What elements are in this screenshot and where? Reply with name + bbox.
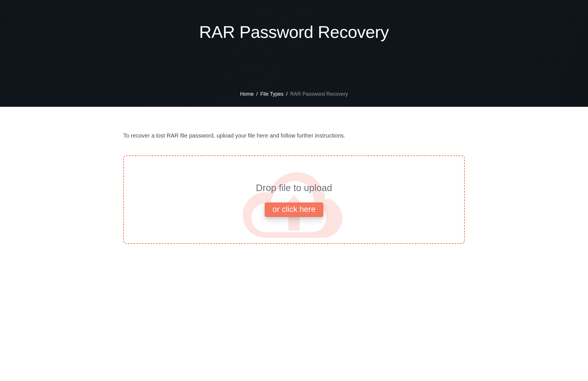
dropzone-click-button[interactable]: or click here [265, 202, 324, 217]
hero-banner: RAR Password Recovery Home / File Types … [0, 0, 588, 107]
breadcrumb: Home / File Types / RAR Password Recover… [0, 91, 588, 97]
main-content: To recover a lost RAR file password, upl… [109, 107, 479, 261]
intro-text: To recover a lost RAR file password, upl… [123, 132, 465, 139]
breadcrumb-sep: / [256, 91, 258, 97]
breadcrumb-current: RAR Password Recovery [290, 91, 348, 97]
file-dropzone[interactable]: Drop file to upload or click here [123, 155, 465, 244]
dropzone-drop-text: Drop file to upload [256, 183, 332, 193]
breadcrumb-sep: / [286, 91, 287, 97]
page-title: RAR Password Recovery [199, 22, 389, 42]
breadcrumb-home-link[interactable]: Home [240, 91, 254, 97]
breadcrumb-file-types-link[interactable]: File Types [260, 91, 284, 97]
